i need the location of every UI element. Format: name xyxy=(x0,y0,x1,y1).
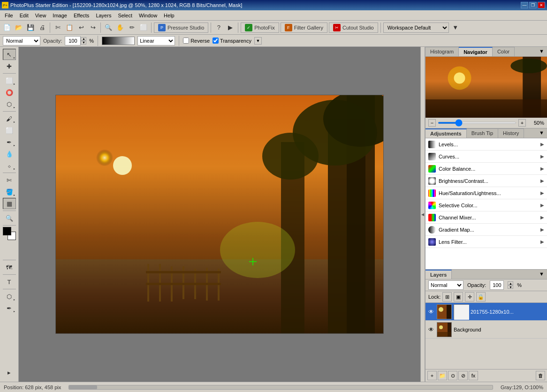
tool-transform[interactable]: ✚ xyxy=(3,60,16,72)
menu-view[interactable]: View xyxy=(32,12,49,19)
layers-blend-mode-select[interactable]: Normal Multiply Screen xyxy=(428,280,463,290)
save-file-button[interactable]: 💾 xyxy=(25,23,36,33)
minimize-button[interactable]: — xyxy=(521,2,528,8)
undo-button[interactable]: ↩ xyxy=(76,23,86,33)
help-button[interactable]: ? xyxy=(213,23,224,33)
adj-channel[interactable]: Channel Mixer... ▶ xyxy=(425,211,547,224)
opacity-spinner[interactable]: ▲▼ xyxy=(81,37,86,45)
redo-button[interactable]: ↪ xyxy=(88,23,98,33)
tool-zoom[interactable]: 🔍 xyxy=(3,212,16,224)
tool-paint[interactable]: 🖌▸ xyxy=(3,113,16,124)
restore-button[interactable]: ❐ xyxy=(529,2,537,8)
navigator-close-button[interactable]: ▼ xyxy=(536,47,547,56)
select-button[interactable]: ⬜ xyxy=(138,23,149,33)
print-button[interactable]: 🖨 xyxy=(37,23,47,33)
zoom-slider[interactable] xyxy=(438,122,517,124)
blend-mode-select[interactable]: Normal Dissolve Multiply Screen Overlay xyxy=(3,36,40,45)
layers-opacity-spinner[interactable]: ▲▼ xyxy=(508,281,513,289)
new-group-button[interactable]: 📁 xyxy=(438,371,447,380)
tab-color[interactable]: Color xyxy=(493,47,515,56)
tool-navigator[interactable]: 🗺 xyxy=(3,262,16,273)
tool-select-rect[interactable]: ⬜▸ xyxy=(3,75,16,86)
photofix-button[interactable]: ✓ PhotoFix xyxy=(241,23,279,33)
menu-image[interactable]: Image xyxy=(50,12,70,19)
canvas-area[interactable] xyxy=(19,47,420,382)
lock-position-button[interactable]: ✛ xyxy=(465,292,474,302)
menu-select[interactable]: Select xyxy=(115,12,135,19)
cut-button[interactable]: ✄ xyxy=(53,23,63,33)
menu-effects[interactable]: Effects xyxy=(71,12,92,19)
zoom-out-button[interactable]: − xyxy=(428,119,436,127)
layer-visibility-1[interactable]: 👁 xyxy=(427,326,435,333)
adjustment-layer-button[interactable]: ⊙ xyxy=(448,371,457,380)
menu-layers[interactable]: Layers xyxy=(93,12,114,19)
toolbar-extra-button[interactable]: ▶ xyxy=(225,23,236,33)
tab-brush-tip[interactable]: Brush Tip xyxy=(467,128,498,138)
adj-levels[interactable]: Levels... ▶ xyxy=(425,138,547,151)
layers-close-button[interactable]: ▼ xyxy=(536,270,547,279)
options-expand-button[interactable]: ▼ xyxy=(254,37,262,45)
scroll-thumb[interactable] xyxy=(69,385,97,389)
tool-text[interactable]: T xyxy=(3,276,16,287)
tab-histogram[interactable]: Histogram xyxy=(425,47,459,56)
transparency-checkbox[interactable] xyxy=(213,38,219,44)
workspace-extra-button[interactable]: ▼ xyxy=(450,23,461,33)
tool-smudge[interactable]: 💧 xyxy=(3,148,16,159)
cutout-studio-button[interactable]: ✂ Cutout Studio xyxy=(329,23,378,33)
layer-visibility-0[interactable]: 👁 xyxy=(427,308,435,316)
reverse-option[interactable]: Reverse xyxy=(183,38,210,44)
filter-gallery-button[interactable]: F Filter Gallery xyxy=(281,23,327,33)
tool-shape[interactable]: ⬡▸ xyxy=(3,291,16,302)
adj-curves[interactable]: Curves... ▶ xyxy=(425,151,547,163)
tool-select-lasso[interactable]: ⬡▸ xyxy=(3,98,16,110)
menu-help[interactable]: Help xyxy=(161,12,177,19)
adj-selective[interactable]: Selective Color... ▶ xyxy=(425,199,547,211)
tab-layers[interactable]: Layers xyxy=(425,270,452,279)
lock-pixels-button[interactable]: ⊞ xyxy=(442,292,452,302)
lock-all-button[interactable]: 🔒 xyxy=(476,292,486,302)
new-layer-button[interactable]: + xyxy=(427,371,437,380)
layer-item-1[interactable]: 👁 Background xyxy=(425,321,547,339)
pan-button[interactable]: ✋ xyxy=(115,23,125,33)
tool-clone[interactable]: ✒▸ xyxy=(3,136,16,148)
adj-hue[interactable]: Hue/Saturation/Lightness... ▶ xyxy=(425,187,547,199)
tool-pen[interactable]: ✒▸ xyxy=(3,302,16,314)
adj-gradient-map[interactable]: Gradient Map... ▶ xyxy=(425,224,547,236)
lock-transparency-button[interactable]: ▣ xyxy=(454,292,463,302)
menu-file[interactable]: File xyxy=(2,12,16,19)
close-button[interactable]: ✕ xyxy=(538,2,545,8)
adj-color-balance[interactable]: Color Balance... ▶ xyxy=(425,163,547,175)
pressure-studio-button[interactable]: P Pressure Studio xyxy=(154,23,208,33)
tab-navigator[interactable]: Navigator xyxy=(459,47,493,56)
foreground-color-swatch[interactable] xyxy=(3,227,11,235)
tab-history[interactable]: History xyxy=(498,128,524,138)
opacity-input[interactable] xyxy=(65,36,81,45)
toolbox-expand-button[interactable]: ▸ xyxy=(3,367,16,378)
layer-item-0[interactable]: 👁 201755-1280x10.. xyxy=(425,303,547,321)
menu-edit[interactable]: Edit xyxy=(17,12,31,19)
mask-button[interactable]: ⊘ xyxy=(458,371,468,380)
menu-window[interactable]: Window xyxy=(136,12,160,19)
transparency-option[interactable]: Transparency xyxy=(213,38,251,44)
effects-button[interactable]: fx xyxy=(469,371,478,380)
tool-fill[interactable]: 🪣▸ xyxy=(3,186,16,197)
tool-dodge[interactable]: ⬦▸ xyxy=(3,160,16,171)
layers-opacity-input[interactable] xyxy=(490,280,504,290)
gradient-preview[interactable] xyxy=(102,37,135,45)
adj-lens-filter[interactable]: Lens Filter... ▶ xyxy=(425,236,547,248)
panel-collapse-handle[interactable]: ◀ xyxy=(420,47,425,382)
zoom-in-button[interactable]: + xyxy=(518,119,526,127)
new-file-button[interactable]: 📄 xyxy=(2,23,12,33)
delete-layer-button[interactable]: 🗑 xyxy=(536,371,545,380)
gradient-type-select[interactable]: Linear Radial Angle Reflected Diamond xyxy=(137,36,175,45)
workspace-select[interactable]: Workspace Default xyxy=(383,23,449,33)
adjustments-close-button[interactable]: ▼ xyxy=(536,128,547,138)
tool-gradient[interactable]: ▦ xyxy=(3,198,16,209)
tool-crop[interactable]: ✄ xyxy=(3,174,16,186)
tab-adjustments[interactable]: Adjustments xyxy=(425,128,467,138)
zoom-button[interactable]: 🔍 xyxy=(103,23,114,33)
adj-brightness[interactable]: Brightness/Contrast... ▶ xyxy=(425,175,547,187)
open-file-button[interactable]: 📂 xyxy=(14,23,24,33)
copy-button[interactable]: 📋 xyxy=(64,23,75,33)
tool-erase[interactable]: ⬜ xyxy=(3,125,16,136)
